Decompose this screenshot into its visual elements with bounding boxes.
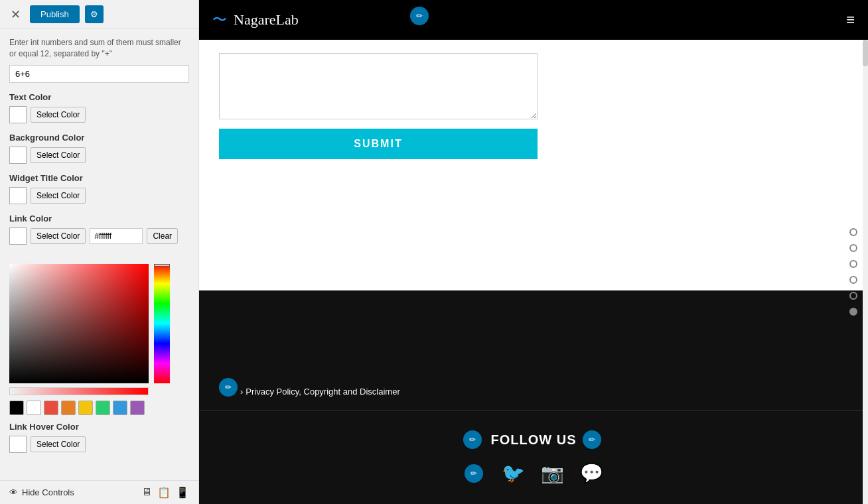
color-gradient-box[interactable] [9, 264, 149, 383]
text-color-swatch[interactable] [9, 106, 27, 123]
swatch-yellow[interactable] [78, 401, 93, 415]
nav-dot-3[interactable] [849, 260, 857, 268]
color-picker[interactable] [9, 254, 189, 415]
close-button[interactable]: ✕ [7, 6, 25, 23]
link-color-swatch[interactable] [9, 227, 27, 245]
hide-controls-label[interactable]: Hide Controls [22, 487, 74, 497]
right-panel: ✏ 〜 NagareLab ≡ SUBMIT ✏ › Privacy Polic… [199, 0, 868, 504]
color-picker-inner [9, 264, 189, 383]
link-color-clear-btn[interactable]: Clear [147, 228, 178, 244]
widget-title-color-row: Select Color [9, 187, 189, 204]
main-content: SUBMIT ✏ › Privacy Policy, Copyright and… [199, 40, 868, 504]
scrollbar-track[interactable] [863, 40, 868, 504]
logo-text: NagareLab [234, 11, 299, 29]
panel-content: Enter int numbers and sum of them must s… [0, 29, 198, 480]
link-hover-color-select-btn[interactable]: Select Color [31, 436, 86, 452]
bg-color-swatch[interactable] [9, 147, 27, 164]
follow-us-edit-icon-1[interactable]: ✏ [463, 430, 482, 449]
nav-dot-2[interactable] [849, 244, 857, 252]
settings-button[interactable]: ⚙ [85, 5, 104, 23]
swatch-purple[interactable] [130, 401, 145, 415]
nav-dot-6[interactable] [849, 308, 857, 316]
captcha-hint-text: Enter int numbers and sum of them must s… [9, 37, 189, 60]
captcha-input[interactable] [9, 65, 189, 83]
swatch-orange[interactable] [61, 401, 76, 415]
site-header: 〜 NagareLab ≡ [199, 0, 868, 40]
widget-title-color-select-btn[interactable]: Select Color [31, 188, 86, 204]
left-panel: ✕ Publish ⚙ Enter int numbers and sum of… [0, 0, 199, 504]
eye-icon: 👁 [9, 487, 18, 497]
swatch-green[interactable] [96, 401, 110, 415]
publish-button[interactable]: Publish [30, 5, 80, 23]
link-color-select-btn[interactable]: Select Color [31, 228, 86, 244]
swatch-blue[interactable] [113, 401, 127, 415]
link-color-label: Link Color [9, 214, 189, 223]
nav-dot-4[interactable] [849, 276, 857, 284]
social-icons-row: ✏ 🐦 📷 💬 [465, 462, 603, 484]
black-footer-section-2: ✏ FOLLOW US ✏ ✏ 🐦 📷 💬 [199, 410, 868, 504]
text-color-select-btn[interactable]: Select Color [31, 107, 86, 123]
nav-dot-5[interactable] [849, 292, 857, 300]
swatch-red[interactable] [44, 401, 58, 415]
nav-dot-1[interactable] [849, 228, 857, 236]
scrollbar-thumb[interactable] [863, 40, 868, 66]
tablet-icon[interactable]: 📋 [157, 486, 171, 499]
swatch-white[interactable] [27, 401, 41, 415]
bg-color-row: Select Color [9, 147, 189, 164]
bottom-controls: 👁 Hide Controls 🖥 📋 📱 [0, 480, 198, 504]
follow-us-edit-icon-2[interactable]: ✏ [583, 430, 601, 449]
hamburger-icon[interactable]: ≡ [846, 11, 855, 29]
logo-wave-icon: 〜 [212, 10, 227, 30]
footer-edit-icon[interactable]: ✏ [219, 378, 238, 397]
social-edit-icon[interactable]: ✏ [465, 464, 483, 483]
mobile-icon[interactable]: 📱 [176, 486, 189, 499]
desktop-icon[interactable]: 🖥 [141, 486, 152, 499]
hide-controls-row: 👁 Hide Controls 🖥 📋 📱 [9, 486, 189, 499]
link-hover-color-label: Link Hover Color [9, 422, 189, 432]
chat-icon[interactable]: 💬 [580, 462, 603, 484]
swatch-row [9, 401, 189, 415]
swatch-black[interactable] [9, 401, 24, 415]
twitter-icon[interactable]: 🐦 [502, 462, 525, 484]
instagram-icon[interactable]: 📷 [541, 462, 564, 484]
widget-title-color-label: Widget Title Color [9, 173, 189, 183]
submit-button[interactable]: SUBMIT [219, 129, 538, 159]
black-footer-section-1: ✏ › Privacy Policy, Copyright and Discla… [199, 290, 868, 410]
link-hover-color-swatch[interactable] [9, 436, 27, 453]
follow-us-title: FOLLOW US [491, 432, 577, 448]
top-bar: ✕ Publish ⚙ [0, 0, 198, 29]
bg-color-label: Background Color [9, 133, 189, 143]
link-hover-color-row: Select Color [9, 436, 189, 453]
bg-color-select-btn[interactable]: Select Color [31, 147, 86, 163]
side-nav [849, 228, 857, 316]
gradient-dark [9, 264, 149, 383]
white-section: SUBMIT [199, 40, 868, 290]
form-textarea[interactable] [219, 53, 538, 119]
opacity-bar[interactable] [9, 387, 149, 395]
link-color-row: Select Color Clear [9, 227, 189, 245]
header-edit-icon[interactable]: ✏ [410, 7, 429, 25]
link-color-hex-input[interactable] [90, 228, 143, 244]
privacy-policy-link[interactable]: Privacy Policy, Copyright and Disclaimer [246, 387, 399, 397]
spectrum-handle [154, 264, 170, 267]
text-color-row: Select Color [9, 106, 189, 123]
device-icons: 🖥 📋 📱 [141, 486, 189, 499]
text-color-label: Text Color [9, 92, 189, 102]
color-spectrum[interactable] [154, 264, 170, 383]
widget-title-color-swatch[interactable] [9, 187, 27, 204]
logo-area: 〜 NagareLab [212, 10, 299, 30]
